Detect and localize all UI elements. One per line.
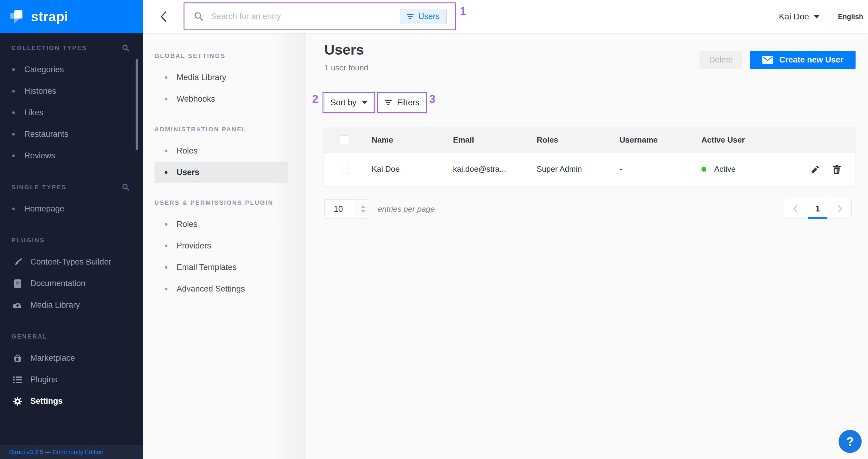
entries-per-page-label: entries per page: [378, 199, 435, 219]
main-content: Users 1 user found Delete Create new Use…: [306, 33, 868, 459]
filter-icon: [407, 14, 413, 19]
search-icon[interactable]: [122, 183, 129, 191]
bullet-icon: [165, 266, 167, 269]
bullet-icon: [165, 171, 167, 174]
settings-item-email-templates[interactable]: Email Templates: [154, 257, 288, 278]
annotation-step-1: 1: [460, 5, 466, 18]
cloud-upload-icon: [12, 302, 23, 309]
page-size-select[interactable]: 10: [324, 199, 370, 219]
page-title: Users: [324, 41, 364, 58]
section-label-single-types: SINGLE TYPES: [11, 184, 67, 191]
basket-icon: [12, 354, 23, 363]
search-filter-tag[interactable]: Users: [400, 9, 446, 24]
chevron-right-icon: [838, 205, 842, 213]
sidebar-item-homepage[interactable]: Homepage: [0, 198, 143, 220]
column-header-active-user: Active User: [702, 127, 745, 152]
sidebar-item-marketplace[interactable]: Marketplace: [0, 347, 143, 369]
strapi-version-link[interactable]: Strapi v3.2.5 — Community Edition: [9, 449, 103, 456]
topbar-divider: [829, 8, 829, 25]
sidebar-item-documentation[interactable]: Documentation: [0, 273, 143, 294]
envelope-icon: [762, 56, 773, 64]
cell-active-user: Active: [702, 153, 736, 186]
delete-row-button[interactable]: [833, 165, 841, 174]
bullet-icon: [165, 76, 167, 79]
sidebar-item-content-types-builder[interactable]: Content-Types Builder: [0, 251, 143, 273]
bullet-icon: [165, 245, 167, 247]
filters-button[interactable]: Filters: [379, 94, 425, 111]
settings-item-webhooks[interactable]: Webhooks: [154, 88, 288, 110]
settings-item-admin-users[interactable]: Users: [154, 162, 288, 183]
section-label-global-settings: GLOBAL SETTINGS: [143, 52, 306, 59]
cell-name: Kai Doe: [372, 153, 400, 186]
section-single-types: SINGLE TYPES Homepage: [0, 166, 143, 220]
pagination-next-button[interactable]: [829, 199, 851, 218]
list-icon: [12, 376, 23, 384]
section-general: GENERAL Marketplace Plugins: [0, 316, 143, 412]
sort-by-button[interactable]: Sort by: [324, 94, 373, 111]
page-size-value: 10: [324, 200, 356, 218]
bullet-icon: [12, 133, 15, 135]
search-bar-annotated: Users: [184, 2, 456, 30]
sidebar-nav: COLLECTION TYPES Categories Histories Li…: [0, 33, 143, 412]
edit-button[interactable]: [811, 165, 819, 174]
user-menu[interactable]: Kai Doe: [779, 12, 819, 22]
settings-item-media-library[interactable]: Media Library: [154, 67, 288, 88]
cell-email: kai.doe@stra...: [453, 153, 506, 186]
sidebar-item-histories[interactable]: Histories: [0, 81, 143, 102]
sidebar-scrollbar[interactable]: [135, 59, 138, 150]
row-actions: [811, 153, 841, 186]
bullet-icon: [165, 150, 167, 152]
bullet-icon: [12, 111, 15, 114]
row-checkbox[interactable]: [340, 165, 349, 174]
sidebar-item-settings[interactable]: Settings: [0, 391, 143, 412]
language-selector[interactable]: English: [838, 13, 863, 21]
settings-item-admin-roles[interactable]: Roles: [154, 140, 288, 162]
page-size-stepper[interactable]: [356, 200, 370, 218]
sidebar-item-restaurants[interactable]: Restaurants: [0, 123, 143, 145]
header-buttons: Delete Create new User: [700, 51, 856, 69]
bullet-icon: [12, 208, 15, 210]
table-row[interactable]: Kai Doe kai.doe@stra... Super Admin - Ac…: [324, 152, 855, 186]
sidebar-item-categories[interactable]: Categories: [0, 59, 143, 81]
settings-item-providers[interactable]: Providers: [154, 235, 288, 257]
create-new-user-button[interactable]: Create new User: [750, 51, 856, 69]
trash-icon: [833, 165, 841, 174]
bullet-icon: [12, 154, 15, 157]
settings-item-up-roles[interactable]: Roles: [154, 214, 288, 235]
sidebar-item-likes[interactable]: Likes: [0, 102, 143, 123]
paintbrush-icon: [12, 257, 23, 267]
section-plugins: PLUGINS Content-Types Builder Documentat…: [0, 220, 143, 316]
filter-icon: [385, 100, 392, 105]
table-header-row: Name Email Roles Username Active User: [324, 127, 855, 152]
select-all-checkbox[interactable]: [340, 135, 349, 144]
strapi-logo-icon: [10, 9, 25, 24]
help-button[interactable]: ?: [839, 430, 862, 453]
section-label-administration-panel: ADMINISTRATION PANEL: [143, 126, 306, 133]
annotation-step-3: 3: [429, 93, 435, 105]
section-collection-types: COLLECTION TYPES Categories Histories Li…: [0, 33, 143, 166]
search-icon: [193, 11, 204, 22]
strapi-logo[interactable]: strapi: [0, 0, 143, 33]
cell-roles: Super Admin: [537, 153, 582, 186]
pagination-prev-button[interactable]: [784, 199, 806, 218]
back-button[interactable]: [157, 10, 169, 23]
logo-text: strapi: [31, 9, 68, 24]
chevron-down-icon: [814, 15, 819, 19]
sidebar-item-media-library[interactable]: Media Library: [0, 294, 143, 316]
sidebar-item-plugins[interactable]: Plugins: [0, 369, 143, 391]
column-header-email: Email: [453, 127, 474, 152]
search-filter-tag-label: Users: [418, 12, 440, 21]
sort-by-label: Sort by: [331, 98, 356, 108]
search-icon[interactable]: [122, 44, 129, 52]
sidebar-item-reviews[interactable]: Reviews: [0, 145, 143, 166]
page-subtitle: 1 user found: [324, 63, 368, 72]
search-input[interactable]: [211, 12, 400, 21]
main-sidebar: strapi COLLECTION TYPES Categories Histo…: [0, 0, 143, 459]
section-label-general: GENERAL: [11, 333, 48, 340]
user-name: Kai Doe: [779, 12, 809, 22]
pagination-page-1[interactable]: 1: [806, 199, 829, 218]
delete-button[interactable]: Delete: [700, 51, 742, 69]
sidebar-footer: Strapi v3.2.5 — Community Edition: [0, 445, 143, 459]
create-new-user-label: Create new User: [779, 55, 843, 65]
settings-item-advanced-settings[interactable]: Advanced Settings: [154, 278, 288, 300]
